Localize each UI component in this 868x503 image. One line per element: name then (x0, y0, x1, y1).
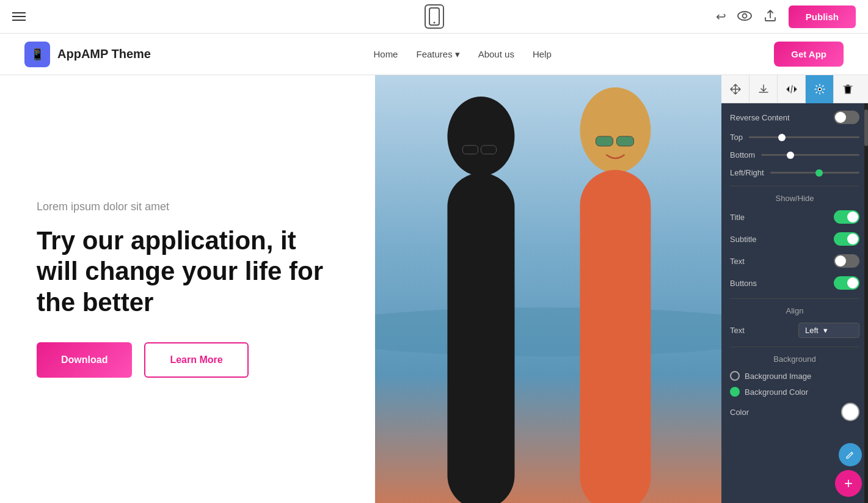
hero-image (375, 75, 721, 503)
text-toggle-row: Text (730, 254, 859, 268)
hero-image-bg (375, 75, 721, 503)
svg-rect-13 (617, 136, 634, 146)
svg-rect-9 (481, 145, 497, 154)
edit-fab-button[interactable] (839, 443, 862, 466)
nav-link-features[interactable]: Features ▾ (416, 49, 459, 60)
svg-point-2 (738, 12, 751, 20)
nav-link-about[interactable]: About us (478, 49, 514, 59)
panel-toolbar (721, 75, 868, 103)
hero-subtitle: Lorem ipsum dolor sit amet (37, 200, 338, 213)
text-label: Text (730, 257, 745, 266)
panel-content: Reverse Content Top Bottom (721, 103, 868, 503)
background-image-radio[interactable] (730, 371, 740, 381)
buttons-label: Buttons (730, 279, 757, 288)
svg-point-10 (580, 87, 651, 173)
hero-buttons: Download Learn More (37, 342, 338, 378)
title-label: Title (730, 213, 745, 222)
panel-move-icon[interactable] (721, 75, 749, 103)
text-align-dropdown[interactable]: Left ▾ (798, 323, 859, 338)
text-align-row: Text Left ▾ (730, 323, 859, 338)
panel-scrollbar[interactable] (864, 103, 868, 503)
nav-bar: 📱 AppAMP Theme Home Features ▾ About us … (0, 34, 868, 75)
title-toggle[interactable] (834, 210, 859, 224)
hero-left: Lorem ipsum dolor sit amet Try our appli… (0, 75, 375, 503)
divider-3 (730, 347, 859, 347)
subtitle-toggle-row: Subtitle (730, 232, 859, 246)
download-button[interactable]: Download (37, 342, 132, 378)
svg-point-5 (375, 307, 721, 356)
background-image-row: Background Image (730, 371, 859, 381)
text-align-value: Left (805, 326, 819, 335)
get-app-button[interactable]: Get App (774, 42, 844, 67)
buttons-toggle-row: Buttons (730, 276, 859, 290)
leftright-label: Left/Right (730, 168, 764, 177)
publish-button[interactable]: Publish (789, 6, 856, 28)
svg-point-1 (433, 22, 435, 24)
divider-2 (730, 298, 859, 299)
top-slider-row: Top (730, 133, 859, 142)
panel-settings-icon[interactable] (806, 75, 834, 103)
toolbar-right: ↩ Publish (716, 6, 856, 28)
svg-rect-8 (463, 145, 478, 154)
align-title: Align (730, 306, 859, 315)
reverse-content-toggle[interactable] (834, 111, 859, 124)
toolbar-left (12, 12, 26, 21)
reverse-content-row: Reverse Content (730, 111, 859, 124)
background-color-label: Background Color (745, 387, 808, 397)
background-image-label: Background Image (745, 372, 811, 381)
upload-icon[interactable] (763, 9, 778, 25)
chevron-down-icon: ▾ (823, 326, 828, 335)
svg-rect-4 (375, 75, 721, 503)
panel-scroll-indicator (864, 109, 868, 146)
reverse-content-label: Reverse Content (730, 113, 790, 122)
hamburger-menu-icon[interactable] (12, 12, 26, 21)
settings-panel: Reverse Content Top Bottom (721, 75, 868, 503)
bottom-slider[interactable] (761, 154, 859, 156)
nav-link-home[interactable]: Home (373, 49, 398, 59)
panel-download-icon[interactable] (749, 75, 778, 103)
panel-delete-icon[interactable] (834, 75, 862, 103)
eye-icon[interactable] (737, 10, 752, 24)
background-title: Background (730, 354, 859, 364)
svg-rect-12 (596, 136, 613, 146)
learn-more-button[interactable]: Learn More (144, 342, 248, 378)
subtitle-label: Subtitle (730, 235, 756, 244)
background-color-radio[interactable] (730, 387, 740, 397)
bottom-slider-row: Bottom (730, 150, 859, 160)
nav-brand: 📱 AppAMP Theme (24, 42, 151, 67)
text-toggle[interactable] (834, 254, 859, 268)
nav-links: Home Features ▾ About us Help (373, 49, 551, 60)
divider-1 (730, 186, 859, 186)
color-swatch[interactable] (841, 403, 859, 421)
color-row: Color (730, 403, 859, 421)
subtitle-toggle[interactable] (834, 232, 859, 246)
text-align-label: Text (730, 326, 745, 335)
brand-icon: 📱 (24, 42, 50, 67)
show-hide-title: Show/Hide (730, 194, 859, 203)
svg-point-3 (742, 13, 746, 18)
hero-title: Try our application, it will change your… (37, 226, 338, 318)
nav-link-help[interactable]: Help (533, 49, 552, 59)
color-label: Color (730, 408, 749, 417)
bottom-label: Bottom (730, 150, 755, 160)
mobile-preview-icon[interactable] (425, 4, 444, 29)
leftright-slider[interactable] (770, 172, 859, 174)
background-color-row: Background Color (730, 387, 859, 397)
top-label: Top (730, 133, 743, 142)
chevron-down-icon: ▾ (455, 49, 460, 60)
svg-point-6 (448, 97, 515, 176)
buttons-toggle[interactable] (834, 276, 859, 290)
hero-section: Lorem ipsum dolor sit amet Try our appli… (0, 75, 721, 503)
undo-icon[interactable]: ↩ (716, 9, 726, 24)
leftright-slider-row: Left/Right (730, 168, 859, 177)
svg-rect-11 (580, 170, 651, 503)
main-area: Lorem ipsum dolor sit amet Try our appli… (0, 75, 868, 503)
svg-rect-7 (448, 173, 515, 503)
svg-point-14 (818, 87, 821, 90)
toolbar-center (425, 4, 444, 29)
brand-name: AppAMP Theme (57, 47, 151, 61)
top-toolbar: ↩ Publish (0, 0, 868, 34)
panel-code-icon[interactable] (778, 75, 806, 103)
top-slider[interactable] (749, 136, 859, 138)
add-fab-button[interactable]: + (835, 470, 862, 497)
